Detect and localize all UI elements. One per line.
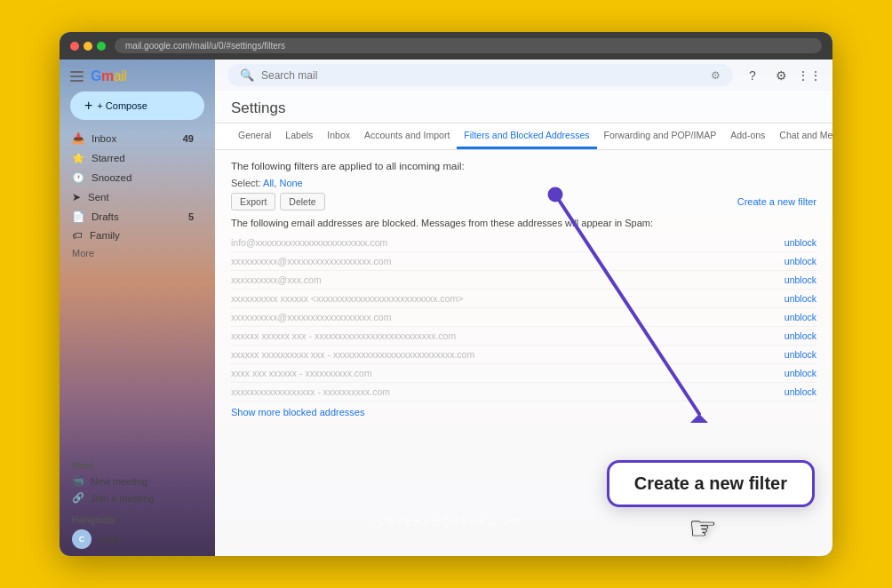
filter-icon[interactable]: ⚙	[711, 69, 721, 82]
gmail-layout: Gmail + + Compose 📥 Inbox 49 ⭐	[60, 60, 832, 556]
join-icon: 🔗	[72, 492, 84, 504]
browser-url-bar: mail.google.com/mail/u/0/#settings/filte…	[115, 38, 822, 53]
tab-accounts[interactable]: Accounts and Import	[357, 123, 457, 149]
settings-panel: Settings General Labels Inbox Accounts a…	[215, 91, 832, 556]
tab-addons[interactable]: Add-ons	[723, 123, 772, 149]
filters-intro: The following filters are applied to all…	[231, 161, 816, 171]
blocked-row-3: xxxxxxxxxx@xxx.com unblock	[231, 271, 816, 290]
expand-dot[interactable]	[97, 42, 106, 51]
browser-dots	[70, 42, 106, 51]
help-icon[interactable]: ?	[742, 65, 763, 86]
sidebar-item-snoozed[interactable]: 🕐 Snoozed	[60, 168, 206, 187]
blocked-row-1: info@xxxxxxxxxxxxxxxxxxxxxxxx.com unbloc…	[231, 234, 816, 252]
tab-general[interactable]: General	[231, 123, 278, 149]
unblock-link-4[interactable]: unblock	[784, 293, 816, 304]
export-button[interactable]: Export	[231, 193, 275, 211]
sidebar-item-inbox[interactable]: 📥 Inbox 49	[60, 129, 206, 148]
compose-plus-icon: +	[84, 98, 92, 114]
browser-chrome: mail.google.com/mail/u/0/#settings/filte…	[60, 32, 832, 60]
meet-section: Meet	[60, 455, 215, 473]
unblock-link-7[interactable]: unblock	[784, 349, 816, 360]
video-icon: 📹	[72, 475, 84, 487]
hamburger-icon[interactable]	[70, 71, 84, 82]
grid-icon[interactable]: ⋮⋮	[799, 65, 820, 86]
hangout-user[interactable]: C Clever	[60, 527, 215, 556]
hangouts-section: Hangouts	[60, 511, 215, 527]
settings-tabs: General Labels Inbox Accounts and Import…	[215, 123, 832, 150]
sidebar-item-new-meeting[interactable]: 📹 New meeting	[60, 473, 215, 489]
blocked-row-2: xxxxxxxxxx@xxxxxxxxxxxxxxxxxx.com unbloc…	[231, 252, 816, 271]
logo-area: Gmail	[60, 63, 215, 91]
select-all-link[interactable]: All	[263, 178, 274, 188]
sidebar-more[interactable]: More	[60, 244, 215, 262]
sidebar-item-sent[interactable]: ➤ Sent	[60, 187, 206, 207]
select-none-link[interactable]: None	[279, 178, 302, 188]
blocked-email-4: xxxxxxxxxx xxxxxx <xxxxxxxxxxxxxxxxxxxxx…	[231, 293, 784, 304]
compose-label: + Compose	[97, 100, 147, 111]
inbox-icon: 📥	[72, 132, 84, 145]
sidebar-item-drafts[interactable]: 📄 Drafts 5	[60, 207, 206, 226]
close-dot[interactable]	[70, 42, 79, 51]
snooze-icon: 🕐	[72, 171, 84, 184]
star-icon: ⭐	[72, 152, 84, 164]
unblock-link-5[interactable]: unblock	[784, 312, 816, 322]
search-input[interactable]	[261, 69, 704, 82]
top-bar-icons: ? ⚙ ⋮⋮	[742, 65, 820, 86]
search-icon: 🔍	[240, 68, 254, 82]
blocked-email-1: info@xxxxxxxxxxxxxxxxxxxxxxxx.com	[231, 237, 784, 248]
sidebar-item-join-meeting[interactable]: 🔗 Join a meeting	[60, 489, 215, 511]
sidebar-nav: 📥 Inbox 49 ⭐ Starred 🕐 Snoozed ➤ Sen	[60, 129, 215, 262]
select-row: Select: All, None	[231, 178, 816, 188]
settings-icon[interactable]: ⚙	[770, 65, 792, 86]
unblock-link-3[interactable]: unblock	[784, 274, 816, 285]
tab-inbox[interactable]: Inbox	[320, 123, 357, 149]
settings-title: Settings	[215, 91, 832, 123]
tab-labels[interactable]: Labels	[278, 123, 320, 149]
blocked-row-6: xxxxxx xxxxxx xxx - xxxxxxxxxxxxxxxxxxxx…	[231, 327, 816, 346]
tab-chat[interactable]: Chat and Meet	[772, 123, 832, 149]
blocked-email-5: xxxxxxxxxx@xxxxxxxxxxxxxxxxxx.com	[231, 312, 784, 322]
blocked-row-8: xxxx xxx xxxxxx - xxxxxxxxxx.com unblock	[231, 364, 816, 383]
unblock-link-1[interactable]: unblock	[784, 237, 816, 248]
action-buttons-row: Export Delete Create a new filter	[231, 193, 816, 211]
blocked-email-6: xxxxxx xxxxxx xxx - xxxxxxxxxxxxxxxxxxxx…	[231, 330, 784, 341]
sent-icon: ➤	[72, 191, 81, 203]
blocked-email-2: xxxxxxxxxx@xxxxxxxxxxxxxxxxxx.com	[231, 256, 784, 266]
settings-body: The following filters are applied to all…	[215, 150, 832, 428]
blocked-row-4: xxxxxxxxxx xxxxxx <xxxxxxxxxxxxxxxxxxxxx…	[231, 290, 816, 308]
create-filter-link[interactable]: Create a new filter	[737, 196, 816, 207]
search-box[interactable]: 🔍 ⚙	[227, 64, 733, 86]
blocked-row-9: xxxxxxxxxxxxxxxxxx - xxxxxxxxxx.com unbl…	[231, 383, 816, 401]
unblock-link-8[interactable]: unblock	[784, 368, 816, 378]
blocked-intro: The following email addresses are blocke…	[231, 218, 816, 228]
minimize-dot[interactable]	[84, 42, 92, 51]
load-more-link[interactable]: Show more blocked addresses	[231, 407, 816, 417]
main-content: 🔍 ⚙ ? ⚙ ⋮⋮ Settings General	[215, 60, 832, 556]
hangout-avatar: C	[72, 529, 92, 549]
unblock-link-2[interactable]: unblock	[784, 256, 816, 266]
blocked-row-5: xxxxxxxxxx@xxxxxxxxxxxxxxxxxx.com unbloc…	[231, 308, 816, 327]
hangout-username: Clever	[97, 534, 125, 544]
blocked-email-9: xxxxxxxxxxxxxxxxxx - xxxxxxxxxx.com	[231, 386, 784, 397]
blocked-email-7: xxxxxx xxxxxxxxxx xxx - xxxxxxxxxxxxxxxx…	[231, 349, 784, 360]
delete-button[interactable]: Delete	[280, 193, 324, 211]
drafts-badge: 5	[188, 211, 194, 222]
inbox-badge: 49	[183, 133, 194, 144]
unblock-link-6[interactable]: unblock	[784, 330, 816, 341]
outer-background: mail.google.com/mail/u/0/#settings/filte…	[0, 0, 892, 588]
blocked-list: info@xxxxxxxxxxxxxxxxxxxxxxxx.com unbloc…	[231, 234, 816, 401]
top-bar: 🔍 ⚙ ? ⚙ ⋮⋮	[215, 60, 832, 91]
label-icon: 🏷	[72, 230, 83, 241]
unblock-link-9[interactable]: unblock	[784, 386, 816, 397]
sidebar-item-family[interactable]: 🏷 Family	[60, 226, 206, 244]
tab-forwarding[interactable]: Forwarding and POP/IMAP	[597, 123, 724, 149]
browser-window: mail.google.com/mail/u/0/#settings/filte…	[60, 32, 832, 556]
sidebar: Gmail + + Compose 📥 Inbox 49 ⭐	[60, 60, 215, 556]
blocked-row-7: xxxxxx xxxxxxxxxx xxx - xxxxxxxxxxxxxxxx…	[231, 346, 816, 364]
blocked-email-3: xxxxxxxxxx@xxx.com	[231, 274, 784, 285]
drafts-icon: 📄	[72, 211, 84, 223]
blocked-email-8: xxxx xxx xxxxxx - xxxxxxxxxx.com	[231, 368, 784, 378]
sidebar-item-starred[interactable]: ⭐ Starred	[60, 148, 206, 168]
tab-filters[interactable]: Filters and Blocked Addresses	[457, 123, 596, 149]
compose-button[interactable]: + + Compose	[70, 91, 204, 120]
